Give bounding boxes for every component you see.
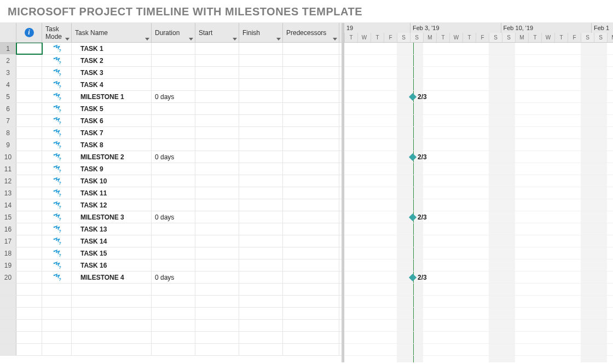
info-cell[interactable]	[16, 67, 42, 78]
duration-cell[interactable]	[152, 223, 195, 235]
table-row[interactable]: 17?TASK 14	[0, 235, 342, 247]
gantt-row[interactable]	[344, 103, 613, 115]
start-cell[interactable]	[195, 55, 239, 66]
gantt-row[interactable]: 2/3	[344, 91, 613, 103]
duration-cell[interactable]: 0 days	[152, 271, 195, 283]
task-name-cell[interactable]: MILESTONE 1	[72, 91, 152, 102]
start-header[interactable]: Start	[195, 23, 239, 42]
table-row[interactable]	[0, 332, 342, 344]
info-cell[interactable]	[16, 223, 42, 235]
finish-cell[interactable]	[239, 55, 283, 66]
task-name-cell[interactable]: MILESTONE 2	[72, 151, 152, 163]
finish-cell[interactable]	[239, 223, 283, 235]
row-number-cell[interactable]: 2	[0, 55, 16, 66]
task-mode-cell[interactable]: ?	[42, 259, 72, 271]
task-mode-cell[interactable]	[42, 344, 72, 355]
info-cell[interactable]	[16, 163, 42, 175]
row-number-cell[interactable]: 18	[0, 247, 16, 259]
task-name-cell[interactable]: TASK 11	[72, 187, 152, 199]
info-cell[interactable]	[16, 151, 42, 163]
row-number-cell[interactable]: 3	[0, 67, 16, 78]
start-cell[interactable]	[195, 259, 239, 271]
task-name-cell[interactable]: TASK 1	[72, 43, 152, 54]
gantt-row[interactable]	[344, 235, 613, 247]
predecessors-cell[interactable]	[283, 320, 339, 331]
task-mode-cell[interactable]: ?	[42, 235, 72, 247]
info-cell[interactable]	[16, 284, 42, 295]
predecessors-cell[interactable]	[283, 79, 339, 90]
duration-cell[interactable]	[152, 67, 195, 78]
gantt-row[interactable]	[344, 139, 613, 151]
predecessors-cell[interactable]	[283, 344, 339, 355]
duration-cell[interactable]	[152, 235, 195, 247]
duration-cell[interactable]	[152, 344, 195, 355]
task-mode-cell[interactable]: ?	[42, 115, 72, 126]
predecessors-cell[interactable]	[283, 91, 339, 102]
row-number-cell[interactable]	[0, 308, 16, 319]
row-number-cell[interactable]: 10	[0, 151, 16, 163]
predecessors-cell[interactable]	[283, 139, 339, 151]
table-row[interactable]: 5?MILESTONE 10 days	[0, 91, 342, 103]
info-cell[interactable]	[16, 271, 42, 283]
table-row[interactable]: 2?TASK 2	[0, 55, 342, 67]
row-number-cell[interactable]	[0, 320, 16, 331]
finish-cell[interactable]	[239, 296, 283, 307]
task-name-cell[interactable]: TASK 10	[72, 175, 152, 187]
task-name-cell[interactable]: TASK 8	[72, 139, 152, 151]
table-row[interactable]: 7?TASK 6	[0, 115, 342, 127]
task-mode-cell[interactable]: ?	[42, 55, 72, 66]
gantt-row[interactable]	[344, 127, 613, 139]
table-row[interactable]: 11?TASK 9	[0, 163, 342, 175]
task-mode-cell[interactable]: ?	[42, 91, 72, 102]
finish-cell[interactable]	[239, 259, 283, 271]
finish-cell[interactable]	[239, 175, 283, 187]
task-mode-cell[interactable]: ?	[42, 79, 72, 90]
row-number-cell[interactable]	[0, 332, 16, 343]
row-number-cell[interactable]: 12	[0, 175, 16, 187]
info-cell[interactable]	[16, 235, 42, 247]
predecessors-cell[interactable]	[283, 259, 339, 271]
gantt-row[interactable]: 2/3	[344, 151, 613, 163]
gantt-row[interactable]	[344, 79, 613, 91]
predecessors-cell[interactable]	[283, 43, 339, 54]
predecessors-cell[interactable]	[283, 332, 339, 343]
gantt-row[interactable]	[344, 284, 613, 296]
table-row[interactable]: 15?MILESTONE 30 days	[0, 211, 342, 223]
task-mode-cell[interactable]: ?	[42, 103, 72, 114]
gantt-row[interactable]	[344, 163, 613, 175]
gantt-row[interactable]: 2/3	[344, 211, 613, 223]
task-mode-cell[interactable]: ?	[42, 247, 72, 259]
task-mode-cell[interactable]	[42, 320, 72, 331]
info-cell[interactable]	[16, 320, 42, 331]
gantt-row[interactable]	[344, 344, 613, 356]
table-row[interactable]: 19?TASK 16	[0, 259, 342, 271]
finish-cell[interactable]	[239, 332, 283, 343]
gantt-row[interactable]	[344, 43, 613, 55]
task-name-cell[interactable]: TASK 13	[72, 223, 152, 235]
table-row[interactable]	[0, 296, 342, 308]
task-name-cell[interactable]: TASK 6	[72, 115, 152, 126]
milestone-marker[interactable]: 2/3	[410, 93, 427, 101]
info-cell[interactable]	[16, 308, 42, 319]
gantt-row[interactable]	[344, 199, 613, 211]
row-number-cell[interactable]: 20	[0, 271, 16, 283]
predecessors-cell[interactable]	[283, 187, 339, 199]
finish-cell[interactable]	[239, 103, 283, 114]
start-cell[interactable]	[195, 284, 239, 295]
info-cell[interactable]	[16, 259, 42, 271]
duration-cell[interactable]	[152, 284, 195, 295]
gantt-row[interactable]	[344, 259, 613, 271]
info-header[interactable]: i	[16, 23, 42, 42]
task-mode-cell[interactable]: ?	[42, 151, 72, 163]
predecessors-cell[interactable]	[283, 284, 339, 295]
duration-cell[interactable]	[152, 247, 195, 259]
finish-cell[interactable]	[239, 235, 283, 247]
task-name-cell[interactable]: TASK 12	[72, 199, 152, 211]
gantt-row[interactable]	[344, 55, 613, 67]
task-name-cell[interactable]: TASK 14	[72, 235, 152, 247]
task-name-cell[interactable]: TASK 16	[72, 259, 152, 271]
finish-cell[interactable]	[239, 43, 283, 54]
task-mode-cell[interactable]: ?	[42, 163, 72, 175]
task-name-cell[interactable]: TASK 15	[72, 247, 152, 259]
predecessors-cell[interactable]	[283, 151, 339, 163]
